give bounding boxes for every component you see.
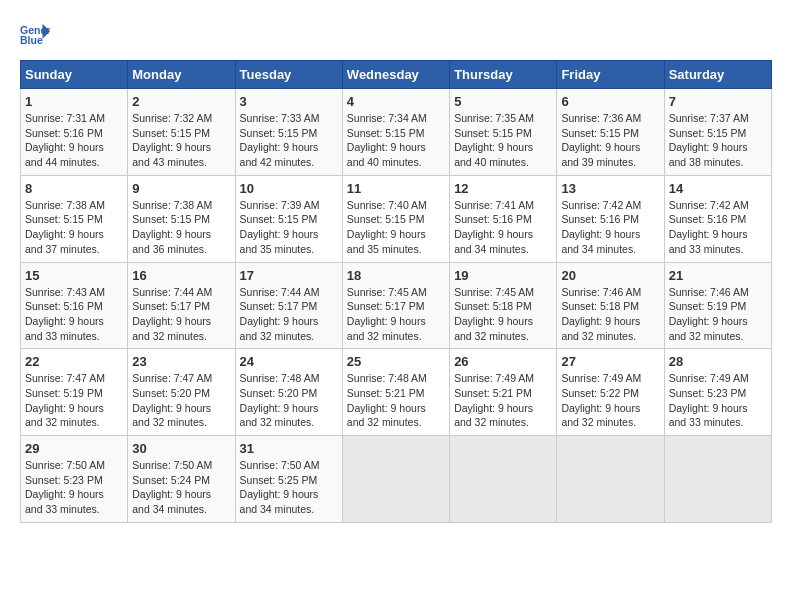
day-number: 7 [669,94,767,109]
day-info: Sunrise: 7:38 AM Sunset: 5:15 PM Dayligh… [132,198,230,257]
calendar-cell: 11 Sunrise: 7:40 AM Sunset: 5:15 PM Dayl… [342,175,449,262]
weekday-header-tuesday: Tuesday [235,61,342,89]
day-number: 27 [561,354,659,369]
week-row-3: 15 Sunrise: 7:43 AM Sunset: 5:16 PM Dayl… [21,262,772,349]
day-number: 14 [669,181,767,196]
day-info: Sunrise: 7:37 AM Sunset: 5:15 PM Dayligh… [669,111,767,170]
calendar-cell: 8 Sunrise: 7:38 AM Sunset: 5:15 PM Dayli… [21,175,128,262]
day-info: Sunrise: 7:33 AM Sunset: 5:15 PM Dayligh… [240,111,338,170]
day-number: 30 [132,441,230,456]
day-number: 5 [454,94,552,109]
calendar-cell: 16 Sunrise: 7:44 AM Sunset: 5:17 PM Dayl… [128,262,235,349]
calendar-cell: 21 Sunrise: 7:46 AM Sunset: 5:19 PM Dayl… [664,262,771,349]
day-number: 16 [132,268,230,283]
day-number: 9 [132,181,230,196]
calendar-cell [450,436,557,523]
day-info: Sunrise: 7:45 AM Sunset: 5:17 PM Dayligh… [347,285,445,344]
day-number: 24 [240,354,338,369]
day-info: Sunrise: 7:32 AM Sunset: 5:15 PM Dayligh… [132,111,230,170]
calendar-cell: 7 Sunrise: 7:37 AM Sunset: 5:15 PM Dayli… [664,89,771,176]
day-number: 10 [240,181,338,196]
day-info: Sunrise: 7:46 AM Sunset: 5:18 PM Dayligh… [561,285,659,344]
day-info: Sunrise: 7:49 AM Sunset: 5:22 PM Dayligh… [561,371,659,430]
day-number: 12 [454,181,552,196]
day-info: Sunrise: 7:43 AM Sunset: 5:16 PM Dayligh… [25,285,123,344]
weekday-header-row: SundayMondayTuesdayWednesdayThursdayFrid… [21,61,772,89]
calendar-cell: 15 Sunrise: 7:43 AM Sunset: 5:16 PM Dayl… [21,262,128,349]
header: General Blue [20,20,772,50]
calendar-cell: 22 Sunrise: 7:47 AM Sunset: 5:19 PM Dayl… [21,349,128,436]
day-info: Sunrise: 7:36 AM Sunset: 5:15 PM Dayligh… [561,111,659,170]
day-info: Sunrise: 7:49 AM Sunset: 5:23 PM Dayligh… [669,371,767,430]
calendar-cell: 19 Sunrise: 7:45 AM Sunset: 5:18 PM Dayl… [450,262,557,349]
calendar-cell [342,436,449,523]
day-number: 20 [561,268,659,283]
logo: General Blue [20,20,54,50]
day-info: Sunrise: 7:42 AM Sunset: 5:16 PM Dayligh… [669,198,767,257]
calendar-cell: 3 Sunrise: 7:33 AM Sunset: 5:15 PM Dayli… [235,89,342,176]
calendar-cell: 9 Sunrise: 7:38 AM Sunset: 5:15 PM Dayli… [128,175,235,262]
day-number: 15 [25,268,123,283]
day-number: 3 [240,94,338,109]
calendar-cell: 26 Sunrise: 7:49 AM Sunset: 5:21 PM Dayl… [450,349,557,436]
calendar-cell: 13 Sunrise: 7:42 AM Sunset: 5:16 PM Dayl… [557,175,664,262]
calendar-cell: 30 Sunrise: 7:50 AM Sunset: 5:24 PM Dayl… [128,436,235,523]
svg-text:Blue: Blue [20,34,43,46]
week-row-5: 29 Sunrise: 7:50 AM Sunset: 5:23 PM Dayl… [21,436,772,523]
calendar-cell: 6 Sunrise: 7:36 AM Sunset: 5:15 PM Dayli… [557,89,664,176]
calendar-cell: 2 Sunrise: 7:32 AM Sunset: 5:15 PM Dayli… [128,89,235,176]
day-number: 4 [347,94,445,109]
calendar-cell: 29 Sunrise: 7:50 AM Sunset: 5:23 PM Dayl… [21,436,128,523]
day-number: 19 [454,268,552,283]
calendar-cell: 17 Sunrise: 7:44 AM Sunset: 5:17 PM Dayl… [235,262,342,349]
calendar-cell: 25 Sunrise: 7:48 AM Sunset: 5:21 PM Dayl… [342,349,449,436]
day-info: Sunrise: 7:48 AM Sunset: 5:20 PM Dayligh… [240,371,338,430]
calendar-cell: 5 Sunrise: 7:35 AM Sunset: 5:15 PM Dayli… [450,89,557,176]
day-info: Sunrise: 7:48 AM Sunset: 5:21 PM Dayligh… [347,371,445,430]
day-info: Sunrise: 7:47 AM Sunset: 5:19 PM Dayligh… [25,371,123,430]
week-row-1: 1 Sunrise: 7:31 AM Sunset: 5:16 PM Dayli… [21,89,772,176]
day-number: 11 [347,181,445,196]
day-number: 26 [454,354,552,369]
calendar-cell: 4 Sunrise: 7:34 AM Sunset: 5:15 PM Dayli… [342,89,449,176]
calendar-cell: 28 Sunrise: 7:49 AM Sunset: 5:23 PM Dayl… [664,349,771,436]
week-row-4: 22 Sunrise: 7:47 AM Sunset: 5:19 PM Dayl… [21,349,772,436]
calendar-cell: 1 Sunrise: 7:31 AM Sunset: 5:16 PM Dayli… [21,89,128,176]
day-info: Sunrise: 7:34 AM Sunset: 5:15 PM Dayligh… [347,111,445,170]
weekday-header-monday: Monday [128,61,235,89]
week-row-2: 8 Sunrise: 7:38 AM Sunset: 5:15 PM Dayli… [21,175,772,262]
day-number: 21 [669,268,767,283]
day-number: 1 [25,94,123,109]
calendar-cell [557,436,664,523]
day-info: Sunrise: 7:50 AM Sunset: 5:24 PM Dayligh… [132,458,230,517]
day-number: 22 [25,354,123,369]
day-info: Sunrise: 7:38 AM Sunset: 5:15 PM Dayligh… [25,198,123,257]
calendar-table: SundayMondayTuesdayWednesdayThursdayFrid… [20,60,772,523]
weekday-header-wednesday: Wednesday [342,61,449,89]
day-info: Sunrise: 7:44 AM Sunset: 5:17 PM Dayligh… [132,285,230,344]
day-info: Sunrise: 7:41 AM Sunset: 5:16 PM Dayligh… [454,198,552,257]
day-number: 6 [561,94,659,109]
day-info: Sunrise: 7:40 AM Sunset: 5:15 PM Dayligh… [347,198,445,257]
day-info: Sunrise: 7:44 AM Sunset: 5:17 PM Dayligh… [240,285,338,344]
calendar-cell: 31 Sunrise: 7:50 AM Sunset: 5:25 PM Dayl… [235,436,342,523]
day-info: Sunrise: 7:46 AM Sunset: 5:19 PM Dayligh… [669,285,767,344]
calendar-cell: 10 Sunrise: 7:39 AM Sunset: 5:15 PM Dayl… [235,175,342,262]
day-number: 29 [25,441,123,456]
day-info: Sunrise: 7:35 AM Sunset: 5:15 PM Dayligh… [454,111,552,170]
weekday-header-saturday: Saturday [664,61,771,89]
calendar-cell: 27 Sunrise: 7:49 AM Sunset: 5:22 PM Dayl… [557,349,664,436]
calendar-cell: 12 Sunrise: 7:41 AM Sunset: 5:16 PM Dayl… [450,175,557,262]
calendar-cell: 23 Sunrise: 7:47 AM Sunset: 5:20 PM Dayl… [128,349,235,436]
day-info: Sunrise: 7:31 AM Sunset: 5:16 PM Dayligh… [25,111,123,170]
day-number: 25 [347,354,445,369]
weekday-header-thursday: Thursday [450,61,557,89]
day-info: Sunrise: 7:47 AM Sunset: 5:20 PM Dayligh… [132,371,230,430]
weekday-header-sunday: Sunday [21,61,128,89]
day-number: 23 [132,354,230,369]
day-number: 31 [240,441,338,456]
day-info: Sunrise: 7:49 AM Sunset: 5:21 PM Dayligh… [454,371,552,430]
calendar-cell: 24 Sunrise: 7:48 AM Sunset: 5:20 PM Dayl… [235,349,342,436]
day-info: Sunrise: 7:50 AM Sunset: 5:25 PM Dayligh… [240,458,338,517]
day-number: 2 [132,94,230,109]
